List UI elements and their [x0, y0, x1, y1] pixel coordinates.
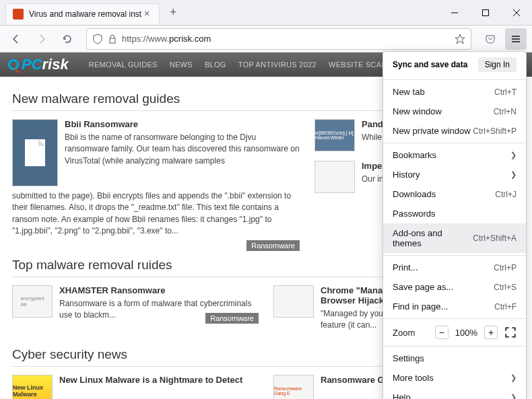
menu-downloads[interactable]: DownloadsCtrl+J [383, 184, 526, 204]
svg-rect-4 [110, 38, 115, 43]
forward-button[interactable] [31, 28, 53, 50]
thumb-icon [273, 285, 314, 318]
app-menu: Sync and save data Sign In New tabCtrl+T… [383, 51, 527, 399]
zoom-in-button[interactable]: + [484, 326, 498, 339]
minimize-button[interactable] [439, 0, 470, 26]
thumb-icon: encryptedAll [12, 285, 53, 318]
menu-addons[interactable]: Add-ons and themesCtrl+Shift+A [383, 223, 526, 253]
separator [383, 255, 526, 256]
reload-button[interactable] [57, 28, 78, 50]
menu-more-tools[interactable]: More tools❯ [383, 368, 526, 388]
fullscreen-icon[interactable] [504, 326, 517, 338]
chevron-right-icon: ❯ [510, 393, 517, 399]
nav-antivirus[interactable]: TOP ANTIVIRUS 2022 [238, 61, 317, 69]
thumb-icon: id[BR3RXzdz].[ id] Harold.Winter [314, 119, 355, 151]
article[interactable]: New Linux Malware New Linux Malware is a… [12, 375, 259, 399]
favicon-icon [13, 9, 24, 20]
close-window-button[interactable] [501, 0, 532, 26]
nav-removal-guides[interactable]: REMOVAL GUIDES [89, 61, 158, 69]
nav-news[interactable]: NEWS [170, 61, 193, 69]
sync-label: Sync and save data [393, 60, 467, 69]
article[interactable]: Bbii Ransomware Bbii is the name of rans… [12, 119, 300, 186]
article-title: XHAMSTER Ransomware [59, 285, 259, 295]
shield-icon [92, 34, 103, 44]
maximize-button[interactable] [470, 0, 501, 26]
article-text-cont: submitted to the page). Bbii encrypts fi… [12, 190, 300, 238]
article-title: Bbii Ransomware [65, 119, 300, 129]
logo-icon [8, 59, 19, 70]
menu-save-page[interactable]: Save page as...Ctrl+S [383, 277, 526, 297]
close-tab-icon[interactable]: × [141, 9, 152, 20]
thumb-icon [314, 161, 355, 193]
chevron-right-icon: ❯ [510, 170, 517, 179]
menu-history[interactable]: History❯ [383, 165, 526, 184]
thumb-icon: New Linux Malware [12, 375, 53, 399]
tag-ransomware: Ransomware [246, 240, 300, 251]
menu-passwords[interactable]: Passwords [383, 204, 526, 223]
thumb-icon [12, 119, 58, 186]
back-button[interactable] [5, 28, 27, 50]
browser-tab[interactable]: Virus and malware removal inst × [5, 3, 160, 25]
menu-print[interactable]: Print...Ctrl+P [383, 258, 526, 277]
separator [383, 143, 526, 143]
window-controls [439, 0, 532, 26]
thumb-icon: Ransomware Gang E [273, 375, 314, 399]
svg-rect-1 [483, 9, 489, 15]
article-title: New Linux Malware is a Nightmare to Dete… [59, 375, 259, 385]
menu-zoom: Zoom − 100% + [383, 321, 526, 344]
url-text: https://www.pcrisk.com [122, 34, 211, 44]
app-menu-button[interactable] [505, 28, 527, 50]
separator [383, 79, 526, 80]
menu-new-private[interactable]: New private windowCtrl+Shift+P [383, 121, 526, 141]
separator [383, 346, 526, 347]
chevron-right-icon: ❯ [510, 151, 517, 159]
tag-ransomware: Ransomware [205, 313, 259, 324]
tab-title: Virus and malware removal inst [29, 9, 141, 19]
article[interactable]: encryptedAll XHAMSTER Ransomware Ransomw… [12, 285, 259, 322]
zoom-out-button[interactable]: − [435, 326, 448, 339]
menu-help[interactable]: Help❯ [383, 388, 526, 399]
menu-bookmarks[interactable]: Bookmarks❯ [383, 145, 526, 165]
sync-row: Sync and save data Sign In [383, 52, 526, 77]
menu-settings[interactable]: Settings [383, 349, 526, 368]
toolbar: https://www.pcrisk.com [0, 26, 532, 52]
separator [383, 318, 526, 319]
titlebar: Virus and malware removal inst × + [0, 0, 532, 26]
new-tab-button[interactable]: + [164, 3, 182, 22]
lock-icon [107, 34, 118, 44]
chevron-right-icon: ❯ [510, 373, 517, 382]
menu-new-window[interactable]: New windowCtrl+N [383, 102, 526, 121]
logo[interactable]: PCrisk [8, 56, 69, 73]
pocket-button[interactable] [479, 28, 501, 50]
menu-find[interactable]: Find in page...Ctrl+F [383, 297, 526, 316]
sign-in-button[interactable]: Sign In [478, 57, 517, 72]
zoom-value: 100% [455, 328, 477, 338]
nav-blog[interactable]: BLOG [205, 61, 226, 69]
article-text: Bbii is the name of ransomware belonging… [65, 132, 300, 167]
bookmark-star-icon[interactable] [455, 34, 465, 44]
address-bar[interactable]: https://www.pcrisk.com [86, 28, 471, 50]
menu-new-tab[interactable]: New tabCtrl+T [383, 82, 526, 102]
